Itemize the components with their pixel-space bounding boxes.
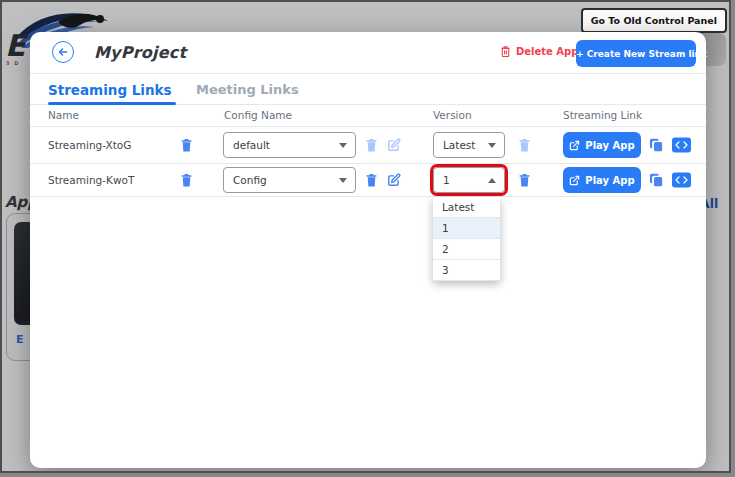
- version-option[interactable]: 2: [433, 239, 500, 260]
- trash-icon: [518, 138, 531, 153]
- caret-down-icon: [339, 143, 347, 148]
- project-modal: MyProject Delete App + Create New Stream…: [30, 32, 706, 468]
- back-arrow-icon: [57, 46, 69, 58]
- edit-config-button[interactable]: [387, 138, 401, 152]
- version-value: Latest: [434, 139, 475, 151]
- caret-down-icon: [488, 143, 496, 148]
- column-header-config-name: Config Name: [224, 109, 292, 121]
- column-header-version: Version: [433, 109, 472, 121]
- copy-link-button[interactable]: [649, 172, 664, 188]
- stream-name: Streaming-XtoG: [48, 139, 131, 151]
- play-app-button[interactable]: Play App: [563, 132, 641, 158]
- play-app-label: Play App: [585, 140, 634, 151]
- caret-up-icon: [488, 178, 496, 183]
- version-option-selected[interactable]: 1: [433, 218, 500, 239]
- config-name-select[interactable]: Config: [223, 167, 356, 193]
- delete-app-button[interactable]: Delete App: [500, 45, 578, 58]
- version-option[interactable]: Latest: [433, 197, 500, 218]
- table-row: Streaming-KwoT Config 1: [30, 164, 706, 197]
- trash-icon: [365, 138, 378, 153]
- table-row: Streaming-XtoG default Latest: [30, 127, 706, 164]
- project-title: MyProject: [94, 43, 186, 62]
- copy-icon: [649, 172, 664, 188]
- trash-icon: [180, 173, 193, 188]
- code-embed-icon: [675, 176, 688, 185]
- embed-code-button[interactable]: [672, 138, 691, 153]
- copy-icon: [649, 137, 664, 153]
- delete-version-button[interactable]: [518, 138, 531, 153]
- trash-icon: [518, 173, 531, 188]
- table-header-row: Name Config Name Version Streaming Link: [30, 105, 706, 127]
- embed-code-button[interactable]: [672, 173, 691, 188]
- trash-icon: [180, 138, 193, 153]
- go-to-old-control-panel-button[interactable]: Go To Old Control Panel: [581, 8, 727, 33]
- external-link-icon: [569, 140, 580, 151]
- version-dropdown-menu: Latest 1 2 3: [433, 197, 500, 281]
- delete-stream-button[interactable]: [180, 138, 193, 153]
- code-embed-icon: [675, 141, 688, 150]
- stream-name: Streaming-KwoT: [48, 174, 134, 186]
- caret-down-icon: [339, 178, 347, 183]
- delete-config-button[interactable]: [365, 138, 378, 153]
- config-name-value: Config: [224, 174, 267, 186]
- delete-version-button[interactable]: [518, 173, 531, 188]
- modal-header: MyProject Delete App + Create New Stream…: [30, 32, 706, 74]
- edit-icon: [387, 173, 401, 187]
- app-window: E 3 D Go To Old Control Panel Apps All E…: [0, 0, 731, 473]
- create-new-stream-link-label: Create New Stream link: [587, 49, 707, 59]
- play-app-label: Play App: [585, 175, 634, 186]
- version-option[interactable]: 3: [433, 260, 500, 281]
- tab-meeting-links[interactable]: Meeting Links: [196, 82, 299, 97]
- config-name-value: default: [224, 139, 270, 151]
- delete-trash-icon: [500, 45, 511, 58]
- config-name-select[interactable]: default: [223, 132, 356, 158]
- column-header-streaming-link: Streaming Link: [563, 109, 642, 121]
- tab-bar: Streaming Links Meeting Links: [30, 74, 706, 105]
- plus-icon: +: [576, 49, 584, 59]
- column-header-name: Name: [48, 109, 79, 121]
- copy-link-button[interactable]: [649, 137, 664, 153]
- create-new-stream-link-button[interactable]: + Create New Stream link: [576, 40, 696, 67]
- version-select[interactable]: Latest: [433, 132, 505, 158]
- back-button[interactable]: [52, 41, 74, 63]
- tab-streaming-links[interactable]: Streaming Links: [48, 82, 172, 98]
- trash-icon: [365, 173, 378, 188]
- delete-config-button[interactable]: [365, 173, 378, 188]
- version-value: 1: [434, 174, 450, 186]
- delete-stream-button[interactable]: [180, 173, 193, 188]
- play-app-button[interactable]: Play App: [563, 167, 641, 193]
- delete-app-label: Delete App: [516, 46, 578, 57]
- external-link-icon: [569, 175, 580, 186]
- edit-icon: [387, 138, 401, 152]
- edit-config-button[interactable]: [387, 173, 401, 187]
- version-select-open[interactable]: 1: [433, 167, 505, 193]
